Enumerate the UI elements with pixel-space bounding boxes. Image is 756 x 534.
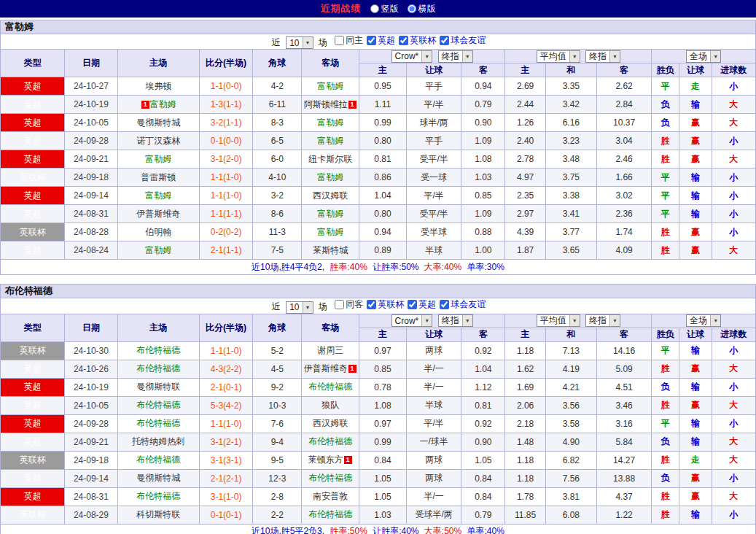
col-header-handicap-result: 让球 <box>679 328 712 341</box>
filter-checkbox[interactable] <box>335 36 344 45</box>
odds-time-select[interactable]: 终指▼ <box>438 314 473 327</box>
team-name: 富勒姆 <box>5 21 34 32</box>
team-link[interactable]: 布伦特福德 <box>136 345 180 355</box>
news-badge[interactable]: 1 <box>344 456 352 464</box>
team-link[interactable]: 西汉姆联 <box>313 418 348 428</box>
handicap-odds-group-header: Crow*▼ 终指▼ <box>359 50 505 63</box>
filter-option[interactable]: 同主 <box>335 34 363 47</box>
team-link[interactable]: 布伦特福德 <box>308 382 352 392</box>
team-link[interactable]: 布伦特福德 <box>136 418 180 428</box>
filter-option[interactable]: 球会友谊 <box>440 34 486 47</box>
team-link[interactable]: 富勒姆 <box>317 209 343 219</box>
filter-checkbox[interactable] <box>367 300 376 309</box>
team-link[interactable]: 莱斯特城 <box>313 245 348 255</box>
team-link[interactable]: 富勒姆 <box>317 117 343 128</box>
match-count-select[interactable]: 10▼ <box>286 36 313 49</box>
team-link[interactable]: 伯明翰 <box>145 227 171 237</box>
avg-away-win-cell: 2.84 <box>596 96 651 114</box>
corners-cell: 10-3 <box>253 396 302 414</box>
team-link[interactable]: 纽卡斯尔联 <box>308 154 352 164</box>
filter-option[interactable]: 同客 <box>335 298 363 311</box>
team-link[interactable]: 莱顿东方 <box>308 454 343 465</box>
team-link[interactable]: 富勒姆 <box>317 227 343 237</box>
team-link[interactable]: 布伦特福德 <box>136 454 180 465</box>
team-link[interactable]: 西汉姆联 <box>313 190 348 201</box>
league-cell: 英超 <box>1 487 65 506</box>
team-link[interactable]: 富勒姆 <box>145 245 171 255</box>
team-link[interactable]: 科切斯特联 <box>136 509 180 519</box>
team-link[interactable]: 狼队 <box>322 400 339 410</box>
team-link[interactable]: 曼彻斯特城 <box>136 473 180 483</box>
team-link[interactable]: 布伦特福德 <box>136 363 180 374</box>
odds-time-select[interactable]: 终指▼ <box>438 50 473 63</box>
horizontal-layout-radio[interactable] <box>408 4 416 13</box>
filter-option[interactable]: 英超 <box>367 34 395 47</box>
filter-checkbox[interactable] <box>399 36 408 45</box>
team-link[interactable]: 布伦特福德 <box>308 509 352 519</box>
team-link[interactable]: 布伦特福德 <box>136 400 180 410</box>
handicap-home-odds-cell: 1.04 <box>359 187 406 205</box>
home-team-cell: 曼彻斯特联 <box>117 378 199 396</box>
filter-option[interactable]: 英超 <box>408 298 436 311</box>
avg-source-select[interactable]: 平均值▼ <box>537 314 580 327</box>
team-link[interactable]: 阿斯顿维拉 <box>304 99 348 109</box>
team-link[interactable]: 埃弗顿 <box>145 81 171 91</box>
avg-time-select[interactable]: 终指▼ <box>585 50 620 63</box>
team-link[interactable]: 普雷斯顿 <box>141 172 176 182</box>
team-link[interactable]: 伊普斯维奇 <box>136 209 180 219</box>
col-header-odds-handicap: 让球 <box>407 63 461 77</box>
team-link[interactable]: 富勒姆 <box>317 81 343 91</box>
team-link[interactable]: 布伦特福德 <box>308 473 352 483</box>
layout-option-horizontal[interactable]: 横版 <box>408 3 436 15</box>
team-link[interactable]: 富勒姆 <box>317 172 343 182</box>
scope-select[interactable]: 全场▼ <box>686 314 721 327</box>
avg-source-select[interactable]: 平均值▼ <box>537 50 580 63</box>
avg-draw-cell: 6.08 <box>545 506 596 524</box>
team-link[interactable]: 布伦特福德 <box>136 491 180 501</box>
filter-option[interactable]: 球会友谊 <box>440 298 486 311</box>
summary-segment: 单率:30% <box>464 262 504 272</box>
team-link[interactable]: 诺丁汉森林 <box>136 136 180 146</box>
filter-option[interactable]: 英联杯 <box>399 34 436 47</box>
news-badge[interactable]: 1 <box>348 365 356 373</box>
team-link[interactable]: 伊普斯维奇 <box>304 363 348 374</box>
date-cell: 24-09-18 <box>65 451 117 469</box>
filter-checkbox[interactable] <box>440 36 449 45</box>
corners-cell: 4-10 <box>253 169 302 187</box>
handicap-away-odds-cell: 0.79 <box>461 96 505 114</box>
handicap-line-cell: 半/一 <box>407 378 461 396</box>
filter-checkbox[interactable] <box>367 36 376 45</box>
filter-checkbox[interactable] <box>408 300 417 309</box>
odds-source-select[interactable]: Crow*▼ <box>391 314 433 327</box>
vertical-layout-radio[interactable] <box>370 4 379 13</box>
col-header-away: 客场 <box>302 314 359 341</box>
handicap-away-odds-cell: 0.94 <box>461 77 505 96</box>
team-link[interactable]: 布伦特福德 <box>308 436 352 446</box>
team-link[interactable]: 南安普敦 <box>313 491 348 501</box>
team-link[interactable]: 富勒姆 <box>150 99 176 109</box>
news-badge[interactable]: 1 <box>141 101 149 109</box>
odds-source-select[interactable]: Crow*▼ <box>391 50 433 63</box>
handicap-line-cell: 受球半/两 <box>407 506 461 524</box>
filter-checkbox[interactable] <box>440 300 449 309</box>
score-cell: 5-3(4-2) <box>199 396 252 414</box>
handicap-home-odds-cell: 0.78 <box>359 378 406 396</box>
team-link[interactable]: 曼彻斯特联 <box>136 382 180 392</box>
avg-time-select[interactable]: 终指▼ <box>585 314 620 327</box>
news-badge[interactable]: 1 <box>348 101 356 109</box>
col-header-outcome: 胜负 <box>652 328 679 341</box>
match-count-select[interactable]: 10▼ <box>286 301 313 314</box>
scope-select[interactable]: 全场▼ <box>686 50 721 63</box>
handicap-home-odds-cell: 1.05 <box>359 469 406 487</box>
filter-option[interactable]: 英联杯 <box>367 298 404 311</box>
team-link[interactable]: 富勒姆 <box>145 154 171 164</box>
team-link[interactable]: 谢周三 <box>317 345 343 355</box>
date-cell: 24-08-31 <box>65 487 117 506</box>
team-link[interactable]: 富勒姆 <box>145 190 171 201</box>
avg-away-win-cell: 2.62 <box>596 77 651 96</box>
team-link[interactable]: 托特纳姆热刺 <box>132 436 184 446</box>
filter-checkbox[interactable] <box>335 300 344 309</box>
team-link[interactable]: 曼彻斯特城 <box>136 117 180 128</box>
team-link[interactable]: 富勒姆 <box>317 136 343 146</box>
layout-option-vertical[interactable]: 竖版 <box>370 3 399 15</box>
